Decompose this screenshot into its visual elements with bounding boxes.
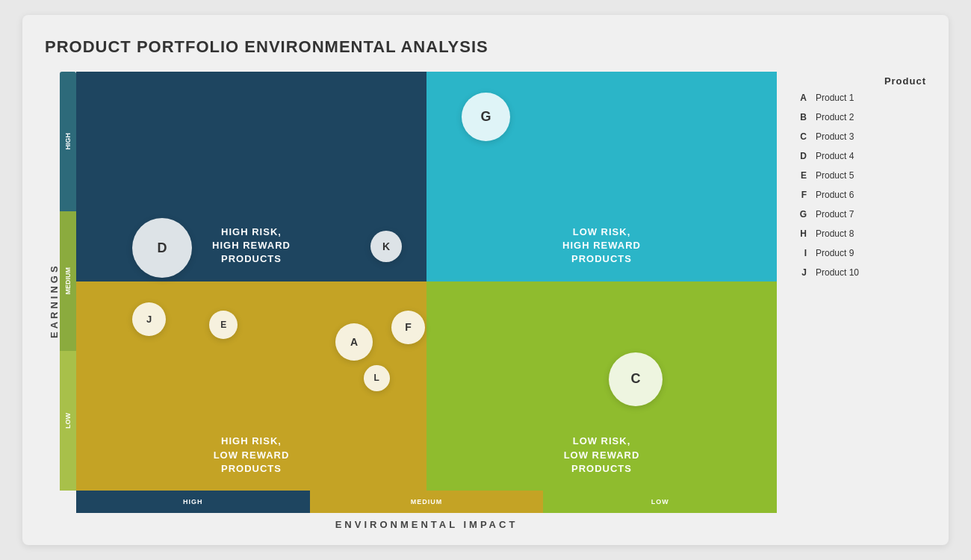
legend-name: Product 6 <box>816 190 854 200</box>
legend-item: H Product 8 <box>792 228 926 239</box>
legend-item: C Product 3 <box>792 131 926 142</box>
y-label-high: HIGH <box>64 133 72 150</box>
legend-letter: J <box>792 267 807 278</box>
legend-item: A Product 1 <box>792 93 926 103</box>
legend-letter: F <box>792 190 807 200</box>
legend-name: Product 5 <box>816 170 854 181</box>
legend-letter: H <box>792 228 807 239</box>
x-label-low: LOW <box>651 498 669 505</box>
matrix: HIGH RISK,HIGH REWARDPRODUCTS LOW RISK,H… <box>76 72 777 491</box>
x-bar-medium: MEDIUM <box>310 491 544 513</box>
chart-section: EARNINGS HIGH MEDIUM LOW <box>45 72 777 530</box>
quadrant-label-lrlr: LOW RISK,LOW REWARDPRODUCTS <box>426 435 777 476</box>
page-title: PRODUCT PORTFOLIO ENVIRONMENTAL ANALYSIS <box>45 37 926 57</box>
bubble-C: C <box>609 352 663 406</box>
legend-letter: I <box>792 248 807 258</box>
y-axis-label: EARNINGS <box>45 72 60 530</box>
legend-section: Product A Product 1 B Product 2 C Produc… <box>792 72 926 530</box>
bubble-L: L <box>364 365 390 391</box>
legend-item: D Product 4 <box>792 151 926 161</box>
x-bar-high: HIGH <box>76 491 310 513</box>
y-label-medium: MEDIUM <box>64 267 72 295</box>
y-axis-bar: HIGH MEDIUM LOW <box>60 72 76 491</box>
legend-item: F Product 6 <box>792 190 926 200</box>
legend-title: Product <box>792 75 926 87</box>
legend-name: Product 9 <box>816 248 854 258</box>
legend-item: E Product 5 <box>792 170 926 181</box>
quadrant-low-risk-low-reward: LOW RISK,LOW REWARDPRODUCTS <box>426 281 777 491</box>
x-axis-label: ENVIRONMENTAL IMPACT <box>76 519 777 530</box>
legend-letter: A <box>792 93 807 103</box>
x-axis-bar: HIGH MEDIUM LOW <box>76 491 777 513</box>
quadrant-label-hrlr: HIGH RISK,LOW REWARDPRODUCTS <box>76 435 426 476</box>
legend-item: G Product 7 <box>792 209 926 220</box>
y-label-low: LOW <box>64 413 72 429</box>
bubble-A: A <box>335 323 373 361</box>
chart-with-axes: HIGH MEDIUM LOW <box>60 72 777 530</box>
y-bar-low: LOW <box>60 351 76 491</box>
quadrant-label-lrhr: LOW RISK,HIGH REWARDPRODUCTS <box>426 225 777 267</box>
content-area: EARNINGS HIGH MEDIUM LOW <box>45 72 926 530</box>
main-card: PRODUCT PORTFOLIO ENVIRONMENTAL ANALYSIS… <box>22 15 949 545</box>
legend-name: Product 1 <box>816 93 854 103</box>
bubble-J: J <box>132 302 166 336</box>
bubble-K: K <box>370 231 402 262</box>
legend-letter: E <box>792 170 807 181</box>
legend-name: Product 4 <box>816 151 854 161</box>
y-bar-medium: MEDIUM <box>60 211 76 351</box>
legend-letter: B <box>792 112 807 122</box>
bubble-G: G <box>462 93 510 141</box>
legend-item: I Product 9 <box>792 248 926 258</box>
chart-main: HIGH MEDIUM LOW <box>60 72 777 491</box>
bubble-F: F <box>391 311 425 344</box>
legend-item: J Product 10 <box>792 267 926 278</box>
bubble-D: D <box>132 218 192 278</box>
matrix-wrapper: HIGH RISK,HIGH REWARDPRODUCTS LOW RISK,H… <box>76 72 777 491</box>
x-label-high: HIGH <box>183 498 203 505</box>
legend-name: Product 10 <box>816 267 859 278</box>
legend-list: A Product 1 B Product 2 C Product 3 D Pr… <box>792 93 926 287</box>
legend-name: Product 3 <box>816 131 854 142</box>
x-label-medium: MEDIUM <box>411 498 443 505</box>
x-bar-low: LOW <box>543 491 777 513</box>
legend-name: Product 8 <box>816 228 854 239</box>
y-bar-high: HIGH <box>60 72 76 211</box>
legend-letter: D <box>792 151 807 161</box>
legend-item: B Product 2 <box>792 112 926 122</box>
legend-letter: C <box>792 131 807 142</box>
legend-letter: G <box>792 209 807 220</box>
legend-name: Product 7 <box>816 209 854 220</box>
bubble-E: E <box>209 311 238 339</box>
legend-name: Product 2 <box>816 112 854 122</box>
